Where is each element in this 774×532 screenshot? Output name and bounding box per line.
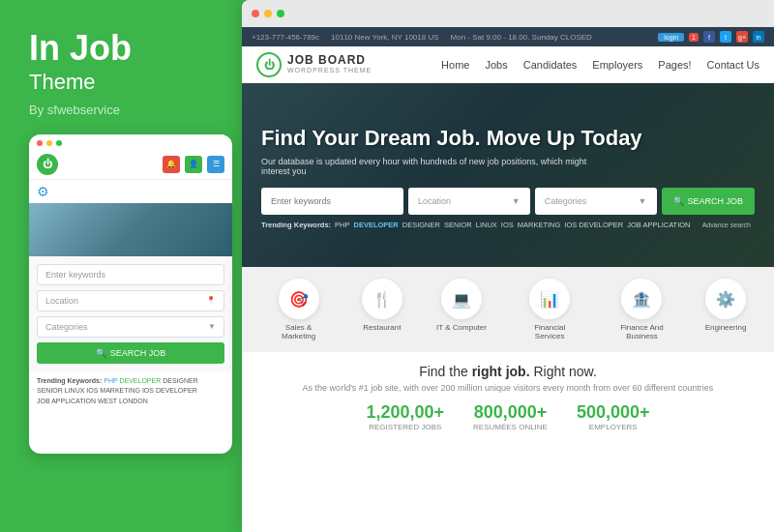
trending-job-application[interactable]: JOB APPLICATION <box>627 221 690 229</box>
top-info-right: login 1 f t g+ in <box>658 31 764 43</box>
resumes-label: RESUMÉES ONLINE <box>473 423 548 431</box>
hero-subtitle: Our database is updated every hour with … <box>261 157 600 176</box>
brand-author: By sfwebservice <box>29 103 223 117</box>
trending-label: Trending Keywords: <box>261 221 331 229</box>
facebook-icon[interactable]: f <box>703 31 715 43</box>
mobile-user-icon[interactable]: 👤 <box>185 156 202 173</box>
it-computer-label: IT & Computer <box>436 323 487 332</box>
trending-designer[interactable]: DESIGNER <box>402 221 440 229</box>
nav-home[interactable]: Home <box>441 59 469 71</box>
browser-dot-yellow <box>264 10 272 17</box>
mobile-menu-icon[interactable]: ☰ <box>207 156 224 173</box>
bottom-description: As the world's #1 job site, with over 20… <box>261 383 755 393</box>
top-info-left: +123-777-456-789c 10110 New York, NY 100… <box>252 33 592 42</box>
stat-registered-jobs: 1,200,00+ REGISTERED JOBS <box>366 402 444 431</box>
trending-linux[interactable]: LINUX <box>476 221 497 229</box>
bottom-title: Find the right job. Right now. <box>261 364 755 379</box>
it-computer-icon: 💻 <box>441 279 482 319</box>
trending-senior[interactable]: SENIOR <box>444 221 472 229</box>
logo-text: JOB BOARD WORDPRESS THEME <box>287 54 372 74</box>
categories-placeholder: Categories <box>545 196 587 206</box>
category-finance-business[interactable]: 🏦 Finance And Business <box>612 279 670 340</box>
nav-contact[interactable]: Contact Us <box>707 59 759 71</box>
hours-info: Mon - Sat 9.00 - 18.00. Sunday CLOSED <box>451 33 592 42</box>
bottom-section: Find the right job. Right now. As the wo… <box>242 352 774 439</box>
login-button[interactable]: login <box>658 33 684 42</box>
mobile-notification-icon[interactable]: 🔔 <box>163 156 180 173</box>
hero-keywords-input[interactable] <box>261 188 403 215</box>
bottom-stats: 1,200,00+ REGISTERED JOBS 800,000+ RESUM… <box>261 402 755 431</box>
brand-subtitle: Theme <box>29 70 223 95</box>
search-icon: 🔍 <box>673 196 684 206</box>
mobile-logo-icon: ⏻ <box>37 154 58 175</box>
engineering-icon: ⚙️ <box>705 279 746 319</box>
category-it-computer[interactable]: 💻 IT & Computer <box>436 279 487 340</box>
mobile-gear-icon[interactable]: ⚙ <box>29 180 232 203</box>
logo-circle-icon: ⏻ <box>256 52 282 77</box>
trending-php[interactable]: PHP <box>335 221 349 229</box>
logo-sub-text: WORDPRESS THEME <box>287 67 372 74</box>
financial-services-label: Financial Services <box>521 323 579 340</box>
browser-chrome <box>242 0 774 27</box>
sales-marketing-label: Sales & Marketing <box>270 323 328 340</box>
trending-marketing[interactable]: MARKETING <box>518 221 561 229</box>
nav-employers[interactable]: Employers <box>592 59 642 71</box>
mobile-search-button[interactable]: 🔍 SEARCH JOB <box>37 342 224 364</box>
notification-badge: 1 <box>689 33 699 42</box>
hero-trending-area: Trending Keywords: PHP DEVELOPER DESIGNE… <box>261 221 755 229</box>
brand-title: In Job <box>29 29 223 68</box>
logo-main-text: JOB BOARD <box>287 54 372 67</box>
financial-services-icon: 📊 <box>529 279 570 319</box>
employers-number: 500,000+ <box>577 402 650 423</box>
finance-business-icon: 🏦 <box>621 279 662 319</box>
mobile-header: ⏻ 🔔 👤 ☰ <box>29 150 232 180</box>
category-restaurant[interactable]: 🍴 Restaurant <box>362 279 402 340</box>
hero-search-button[interactable]: 🔍 SEARCH JOB <box>662 188 756 215</box>
category-engineering[interactable]: ⚙️ Engineering <box>705 279 747 340</box>
googleplus-icon[interactable]: g+ <box>736 31 748 43</box>
location-placeholder: Location <box>418 196 451 206</box>
trending-developer[interactable]: DEVELOPER <box>354 221 399 229</box>
hero-location-input[interactable]: Location ▼ <box>408 188 530 215</box>
restaurant-label: Restaurant <box>363 323 401 332</box>
registered-jobs-label: REGISTERED JOBS <box>366 423 444 431</box>
linkedin-icon[interactable]: in <box>753 31 764 43</box>
employers-label: EMPLOYERS <box>577 423 650 431</box>
mobile-dot-yellow <box>46 140 52 146</box>
hero-search-bar: Location ▼ Categories ▼ 🔍 SEARCH JOB <box>261 188 755 215</box>
resumes-number: 800,000+ <box>473 402 548 423</box>
chevron-down-icon: ▼ <box>208 322 216 331</box>
sales-marketing-icon: 🎯 <box>279 279 319 319</box>
advance-search-link[interactable]: Advance search <box>702 222 751 228</box>
trending-ios[interactable]: IOS <box>501 221 514 229</box>
search-icon: 🔍 <box>96 348 106 358</box>
mobile-categories-select[interactable]: Categories ▼ <box>37 316 224 338</box>
hero-content: Find Your Dream Job. Move Up Today Our d… <box>242 83 774 267</box>
mobile-trending-keywords: Trending Keywords: PHP DEVELOPER DESIGNE… <box>29 371 232 412</box>
phone-info: +123-777-456-789c <box>252 33 319 42</box>
mobile-dot-green <box>56 140 62 146</box>
registered-jobs-number: 1,200,00+ <box>366 402 444 423</box>
top-info-bar: +123-777-456-789c 10110 New York, NY 100… <box>242 27 774 46</box>
address-info: 10110 New York, NY 10018 US <box>331 33 438 42</box>
nav-candidates[interactable]: Candidates <box>523 59 578 71</box>
twitter-icon[interactable]: t <box>720 31 731 43</box>
mobile-search-area: Enter keywords Location 📍 Categories ▼ 🔍… <box>29 256 232 371</box>
category-financial-services[interactable]: 📊 Financial Services <box>521 279 579 340</box>
mobile-top-bar <box>29 134 232 150</box>
stat-resumes-online: 800,000+ RESUMÉES ONLINE <box>473 402 548 431</box>
browser-panel: +123-777-456-789c 10110 New York, NY 100… <box>242 0 774 532</box>
browser-dot-red <box>252 10 259 17</box>
nav-pages[interactable]: Pages! <box>658 59 691 71</box>
left-panel: In Job Theme By sfwebservice ⏻ 🔔 👤 ☰ ⚙ E… <box>0 0 242 532</box>
mobile-location-input[interactable]: Location 📍 <box>37 290 224 311</box>
location-arrow-icon: ▼ <box>512 196 521 206</box>
location-pin-icon: 📍 <box>206 296 216 305</box>
trending-ios-developer[interactable]: IOS DEVELOPER <box>564 221 623 229</box>
mobile-keywords-input[interactable]: Enter keywords <box>37 264 224 285</box>
nav-jobs[interactable]: Jobs <box>485 59 507 71</box>
category-sales-marketing[interactable]: 🎯 Sales & Marketing <box>270 279 328 340</box>
nav-links: Home Jobs Candidates Employers Pages! Co… <box>441 59 759 71</box>
hero-categories-select[interactable]: Categories ▼ <box>535 188 657 215</box>
restaurant-icon: 🍴 <box>362 279 402 319</box>
